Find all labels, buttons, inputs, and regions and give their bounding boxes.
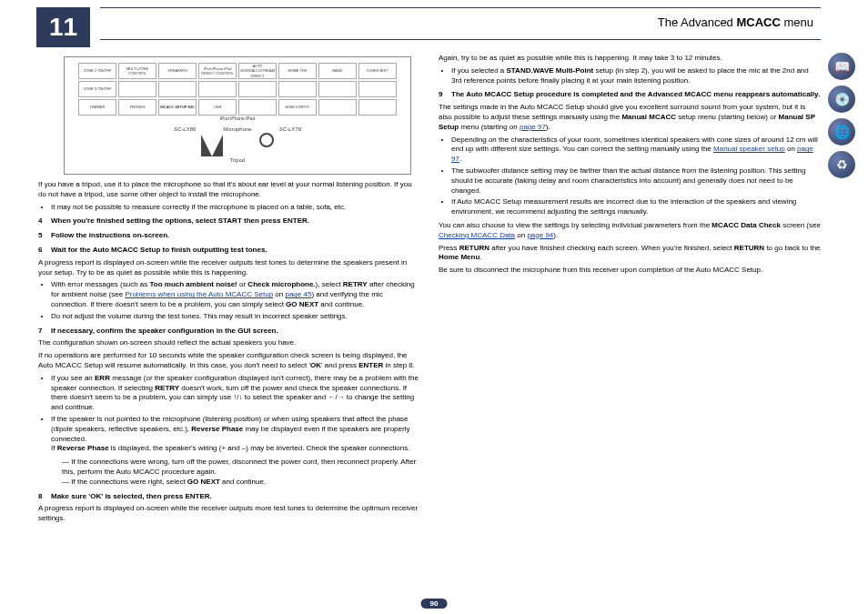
step-7: 7If necessary, confirm the speaker confi… xyxy=(38,327,420,337)
page-number: 90 xyxy=(421,599,448,609)
step7-bullet-2: If the speaker is not pointed to the mic… xyxy=(51,415,420,454)
step7-dash-2: If the connections were right, select GO… xyxy=(62,478,420,488)
intro-text: If you have a tripod, use it to place th… xyxy=(38,180,420,200)
intro-bullet: It may not be possible to measure correc… xyxy=(51,203,420,213)
left-column: ZONE 2 ON/OFFMULTI-ZONE CONTROLSPEAKERSi… xyxy=(38,51,420,527)
right-top-bullet: If you selected a STAND.WAVE Multi-Point… xyxy=(451,66,821,86)
mic-icon xyxy=(259,133,274,147)
link-page-94[interactable]: page 94 xyxy=(527,231,553,239)
step7-bullet-1: If you see an ERR message (or the speake… xyxy=(51,374,420,413)
step-6: 6Wait for the Auto MCACC Setup to finish… xyxy=(38,246,420,256)
step9-bullet-2: The subwoofer distance setting may be fa… xyxy=(451,166,821,196)
step7-dash-1: If the connections were wrong, turn off … xyxy=(62,458,420,478)
step-9: 9The Auto MCACC Setup procedure is compl… xyxy=(439,90,821,100)
book-icon[interactable]: 📖 xyxy=(828,53,855,80)
link-auto-mcacc-problems[interactable]: Problems when using the Auto MCACC Setup xyxy=(125,290,273,298)
recycle-icon[interactable]: ♻ xyxy=(828,151,855,178)
tripod-icon xyxy=(201,135,223,156)
step6-bullet-1: With error messages (such as Too much am… xyxy=(51,280,420,309)
link-page-45[interactable]: page 45 xyxy=(285,290,311,298)
link-page-97a[interactable]: page 97 xyxy=(520,123,546,131)
disc-icon[interactable]: 💿 xyxy=(828,86,855,113)
link-checking-mcacc[interactable]: Checking MCACC Data xyxy=(439,231,515,239)
step9-bullet-3: If Auto MCACC Setup measurement results … xyxy=(451,197,821,217)
step-5: 5Follow the instructions on-screen. xyxy=(38,231,420,241)
connector-diagram: ZONE 2 ON/OFFMULTI-ZONE CONTROLSPEAKERSi… xyxy=(64,56,411,175)
step-8: 8Make sure 'OK' is selected, then press … xyxy=(38,492,420,502)
link-manual-speaker-setup[interactable]: Manual speaker setup xyxy=(713,145,785,153)
right-column: Again, try to be as quiet as possible wh… xyxy=(439,51,821,527)
step6-bullet-2: Do not adjust the volume during the test… xyxy=(51,312,420,322)
chapter-number: 11 xyxy=(36,7,90,47)
step-4: 4When you're finished setting the option… xyxy=(38,216,420,226)
globe-icon[interactable]: 🌐 xyxy=(828,118,855,146)
step9-bullet-1: Depending on the characteristics of your… xyxy=(451,136,821,165)
side-icon-bar: 📖 💿 🌐 ♻ xyxy=(828,53,859,184)
page-title: The Advanced MCACC menu xyxy=(658,15,813,29)
